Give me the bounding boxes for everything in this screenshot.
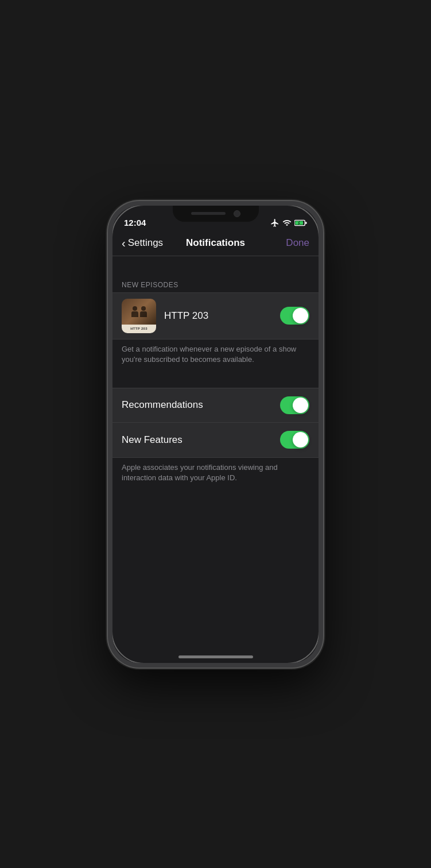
- back-button[interactable]: ‹ Settings: [122, 237, 163, 249]
- podcast-art-image: [122, 299, 156, 325]
- list-item: HTTP 203 HTTP 203: [112, 293, 319, 339]
- recommendations-item: Recommendations: [112, 388, 319, 423]
- back-label: Settings: [128, 237, 163, 249]
- notch: [173, 206, 259, 222]
- section-gap-middle: [112, 376, 319, 388]
- content: NEW EPISODES: [112, 256, 319, 663]
- toggle-knob: [293, 308, 308, 323]
- svg-rect-2: [305, 222, 306, 224]
- camera: [234, 210, 240, 217]
- back-chevron-icon: ‹: [122, 237, 126, 249]
- general-list: Recommendations New Features: [112, 388, 319, 458]
- general-section: Recommendations New Features Apple assoc…: [112, 388, 319, 495]
- battery-icon: [294, 218, 307, 227]
- http203-toggle[interactable]: [280, 307, 309, 325]
- done-button[interactable]: Done: [286, 237, 309, 249]
- status-time: 12:04: [124, 218, 146, 227]
- nav-bar: ‹ Settings Notifications Done: [112, 231, 319, 256]
- status-icons: [270, 218, 307, 227]
- new-episodes-section: NEW EPISODES: [112, 276, 319, 376]
- new-episodes-header: NEW EPISODES: [112, 276, 319, 292]
- toggle-knob: [293, 398, 308, 413]
- new-episodes-footer: Get a notification whenever a new episod…: [112, 340, 319, 376]
- nav-title: Notifications: [186, 237, 245, 249]
- new-features-toggle[interactable]: [280, 431, 309, 449]
- home-indicator: [178, 655, 253, 658]
- recommendations-toggle[interactable]: [280, 396, 309, 414]
- podcast-art-label: HTTP 203: [122, 325, 156, 333]
- recommendations-label: Recommendations: [122, 399, 280, 411]
- person-2: [140, 306, 147, 317]
- person-1: [131, 306, 138, 317]
- section-gap-top: [112, 256, 319, 276]
- podcast-art: HTTP 203: [122, 299, 156, 333]
- phone-frame: 12:04 ‹ Settings Notificatio: [108, 201, 323, 668]
- http203-label: HTTP 203: [164, 310, 280, 322]
- podcast-thumbnail: HTTP 203: [122, 299, 156, 333]
- people-silhouette: [131, 306, 147, 317]
- general-footer: Apple associates your notifications view…: [112, 458, 319, 495]
- new-features-label: New Features: [122, 434, 280, 446]
- new-episodes-list: HTTP 203 HTTP 203: [112, 292, 319, 340]
- wifi-icon: [282, 218, 292, 227]
- toggle-knob: [293, 432, 308, 447]
- speaker: [191, 212, 226, 215]
- airplane-icon: [270, 218, 279, 227]
- new-features-item: New Features: [112, 423, 319, 457]
